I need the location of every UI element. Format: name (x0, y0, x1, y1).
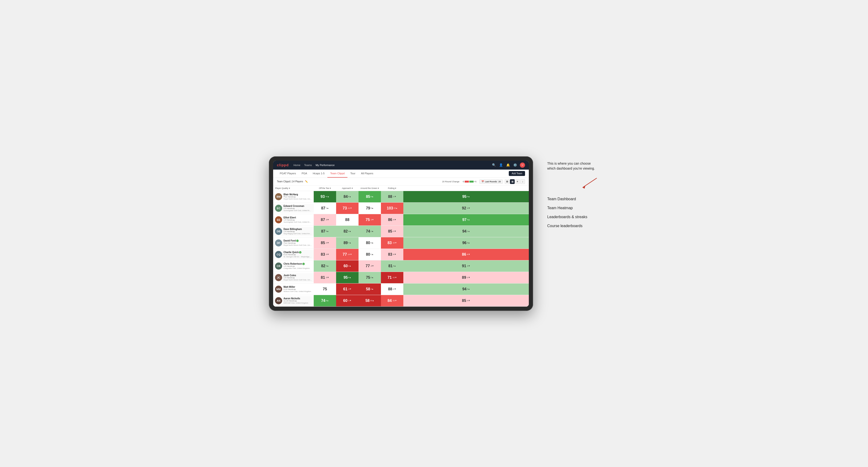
metric-value: 75 (323, 287, 327, 291)
table-row[interactable]: MM Matt Miller 6-10 Handicap Woburn Golf… (273, 283, 529, 295)
header-around-green: Around the Green ▾ (359, 186, 381, 191)
player-info: Josh Coles 1-5 Handicap Royal North Devo… (283, 274, 312, 281)
bell-icon[interactable]: 🔔 (506, 163, 510, 167)
search-icon[interactable]: 🔍 (492, 163, 496, 167)
metric-value: 71 (388, 276, 392, 280)
tab-all-players[interactable]: All Players (358, 169, 376, 178)
table-row[interactable]: BM Blair McHarg Plus Handicap Royal Nort… (273, 191, 529, 203)
edit-icon[interactable]: ✏️ (305, 180, 308, 183)
player-handicap: Plus Handicap (283, 242, 312, 244)
neg-change: -5 (462, 181, 464, 183)
metric-change: -14▼ (347, 253, 352, 255)
arrow-container (547, 176, 599, 190)
off-tee-metric: 82 4▲ (336, 225, 359, 237)
player-club: Woburn Golf Club, United Kingdom (283, 290, 311, 292)
metric-change: 9▲ (467, 195, 470, 198)
player-handicap: 6-10 Handicap (283, 253, 312, 256)
player-name: David Ford✓ (283, 239, 312, 242)
tab-team-clippd[interactable]: Team Clippd (328, 169, 347, 178)
add-team-button[interactable]: Add Team (509, 171, 525, 176)
table-row[interactable]: CQ Charlie Quick✓ 6-10 Handicap St. Geor… (273, 249, 529, 260)
metric-box: 83 -10▼ (381, 237, 403, 249)
off-tee-metric: 73 -11▼ (336, 203, 359, 214)
player-quality-metric: 75 (314, 283, 336, 295)
nav-teams[interactable]: Teams (304, 163, 312, 167)
metric-value: 77 (343, 252, 347, 257)
tab-pgat-players[interactable]: PGAT Players (277, 169, 299, 178)
player-club: Craigmillar Park, United Kingdom (283, 267, 310, 269)
table-row[interactable]: EC Edward Crossman 1-5 Handicap Sunningd… (273, 203, 529, 214)
metric-box: 94 1▲ (403, 226, 529, 237)
metric-value: 85 (388, 229, 392, 234)
header-putting: Putting ▾ (381, 186, 403, 191)
metric-box: 73 -11▼ (336, 203, 359, 214)
metric-change: -2▼ (467, 276, 470, 279)
metric-change: -3▼ (370, 265, 374, 267)
metric-value: 58 (365, 299, 370, 303)
player-cell: MM Matt Miller 6-10 Handicap Woburn Golf… (273, 285, 314, 294)
heatmap-view-button[interactable]: ▦ (510, 179, 515, 184)
player-name: Charlie Quick✓ (283, 251, 312, 254)
table-row[interactable]: EE Elliot Ebert 1-5 Handicap Sunningdale… (273, 214, 529, 225)
metric-box: 85 -3▼ (314, 237, 336, 249)
metric-change: -3▼ (393, 230, 396, 232)
player-name: Josh Coles (283, 274, 312, 277)
metric-change: 3▲ (467, 242, 470, 244)
avatar[interactable]: U (520, 162, 525, 168)
player-name: Aaron Nicholls (283, 297, 308, 300)
metric-value: 83 (388, 241, 392, 245)
nav-home[interactable]: Home (293, 163, 300, 167)
settings-icon[interactable]: ⚙️ (513, 163, 518, 167)
metric-value: 94 (462, 229, 467, 234)
player-handicap: 6-10 Handicap (283, 288, 311, 290)
metric-change: 4▲ (371, 288, 373, 290)
table-row[interactable]: CR Chris Robertson✓ 1-5 Handicap Craigmi… (273, 260, 529, 272)
tab-hcaps[interactable]: Hcaps 1-5 (310, 169, 328, 178)
player-name: Matt Miller (283, 286, 311, 288)
metric-box: 77 -3▼ (359, 260, 381, 272)
player-quality-metric: 82 3▲ (314, 260, 336, 272)
metric-box: 85 -3▼ (381, 226, 403, 237)
player-info: David Ford✓ Plus Handicap Royal North De… (283, 239, 312, 247)
metric-value: 83 (388, 252, 392, 257)
round-change-label: 20 Round Change (442, 181, 460, 183)
heatmap-bar: -5 +5 (462, 181, 476, 183)
player-club: Sunningdale Golf Club, United Kingdom (283, 221, 312, 223)
download-button[interactable]: ↓ (520, 179, 525, 184)
metric-box: 85 -4▼ (403, 295, 529, 306)
player-quality-metric: 85 -3▼ (314, 237, 336, 249)
metric-box: 75 (314, 283, 336, 295)
player-avatar: JC (275, 274, 282, 281)
nav-icons: 🔍 👤 🔔 ⚙️ U (492, 162, 525, 168)
table-row[interactable]: AN Aaron Nicholls 11-15 Handicap Drift G… (273, 295, 529, 306)
metric-box: 89 7▲ (336, 237, 359, 249)
tab-tour[interactable]: Tour (347, 169, 358, 178)
nav-my-performance[interactable]: My Performance (316, 163, 335, 167)
metric-box: 84 6▲ (336, 191, 359, 203)
list-view-button[interactable]: ≡ (515, 179, 520, 184)
around-green-metric: 81 4▲ (381, 260, 403, 272)
player-avatar: MM (275, 286, 282, 293)
last-rounds-button[interactable]: 📅 Last Rounds: 20 (479, 180, 503, 184)
metric-change: 10▲ (370, 300, 374, 302)
metric-box: 80 1▲ (359, 249, 381, 260)
table-row[interactable]: DB Dave Billingham 1-5 Handicap Gog Mago… (273, 225, 529, 237)
metric-change: 4▲ (348, 230, 351, 232)
grid-view-button[interactable]: ⊞ (505, 179, 509, 184)
table-row[interactable]: JC Josh Coles 1-5 Handicap Royal North D… (273, 272, 529, 283)
tab-pga[interactable]: PGA (299, 169, 310, 178)
metric-change: 2▲ (371, 276, 373, 279)
metric-box: 83 -6▼ (381, 249, 403, 260)
table-row[interactable]: DF David Ford✓ Plus Handicap Royal North… (273, 237, 529, 249)
player-cell: AN Aaron Nicholls 11-15 Handicap Drift G… (273, 296, 314, 305)
menu-option-2: Leaderboards & streaks (547, 215, 599, 219)
metric-value: 97 (462, 218, 467, 222)
metric-box: 74 8▲ (314, 295, 336, 306)
metric-box: 88 -1▼ (381, 191, 403, 203)
metric-box: 81 4▲ (381, 260, 403, 272)
user-icon[interactable]: 👤 (499, 163, 503, 167)
metric-value: 61 (343, 287, 347, 291)
metric-box: 89 -2▼ (403, 272, 529, 283)
player-handicap: 1-5 Handicap (283, 219, 312, 221)
metric-change: 4▲ (393, 265, 396, 267)
